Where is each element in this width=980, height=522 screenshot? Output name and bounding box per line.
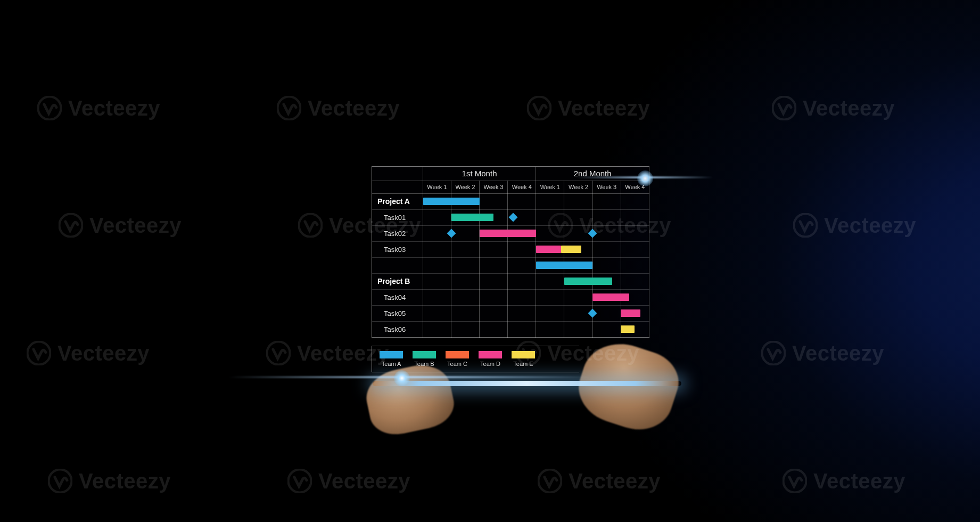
svg-point-15	[783, 469, 806, 492]
week-label: Week 2	[564, 181, 592, 193]
legend-swatch	[446, 351, 469, 358]
legend-label: Team B	[414, 361, 434, 367]
watermark-text: Vecteezy	[803, 96, 895, 120]
watermark-text: Vecteezy	[792, 341, 884, 365]
week-label: Week 4	[508, 181, 536, 193]
svg-point-1	[277, 96, 300, 119]
gantt-row-label: Task06	[372, 321, 423, 337]
gantt-row: Task01	[372, 209, 649, 225]
watermark-text: Vecteezy	[57, 341, 150, 365]
watermark-text: Vecteezy	[79, 469, 171, 493]
watermark-text: Vecteezy	[318, 469, 410, 493]
legend-label: Team E	[513, 361, 533, 367]
watermark: Vecteezy	[48, 469, 171, 493]
svg-point-13	[288, 469, 311, 492]
watermark: Vecteezy	[277, 96, 400, 120]
watermark-text: Vecteezy	[569, 469, 661, 493]
legend-label: Team A	[382, 361, 401, 367]
legend-swatch	[413, 351, 436, 358]
gantt-row: Task06	[372, 321, 649, 337]
legend-swatch	[479, 351, 502, 358]
gantt-header-months: 1st Month 2nd Month	[372, 167, 649, 181]
watermark: Vecteezy	[27, 341, 150, 365]
svg-point-9	[267, 341, 290, 364]
watermark-text: Vecteezy	[558, 96, 650, 120]
watermark: Vecteezy	[287, 469, 410, 493]
gantt-row-label: Task01	[372, 209, 423, 225]
legend-swatch	[380, 351, 403, 358]
gantt-legend: Team ATeam BTeam CTeam DTeam E	[372, 346, 579, 372]
watermark: Vecteezy	[761, 341, 884, 365]
gantt-row-label: Task05	[372, 305, 423, 321]
watermark: Vecteezy	[772, 96, 895, 120]
watermark: Vecteezy	[538, 469, 661, 493]
gantt-chart: 1st Month 2nd Month Week 1 Week 2 Week 3…	[372, 166, 649, 372]
gantt-row: Project B	[372, 273, 649, 289]
gantt-row	[372, 257, 649, 273]
svg-point-2	[528, 96, 550, 119]
legend-swatch	[512, 351, 535, 358]
gantt-grid: 1st Month 2nd Month Week 1 Week 2 Week 3…	[372, 166, 649, 338]
watermark-text: Vecteezy	[68, 96, 160, 120]
svg-point-3	[772, 96, 795, 119]
month-label: 2nd Month	[536, 167, 649, 181]
svg-point-7	[794, 214, 817, 236]
legend-item: Team B	[413, 351, 436, 367]
legend-item: Team D	[479, 351, 502, 367]
month-label: 1st Month	[423, 167, 536, 181]
watermark: Vecteezy	[793, 213, 916, 238]
week-label: Week 1	[423, 181, 451, 193]
gantt-row: Project A	[372, 193, 649, 209]
watermark-text: Vecteezy	[824, 214, 916, 238]
gantt-row: Task03	[372, 241, 649, 257]
svg-point-5	[299, 214, 322, 236]
gantt-row: Task05	[372, 305, 649, 321]
watermark-text: Vecteezy	[89, 214, 182, 238]
watermark: Vecteezy	[266, 341, 389, 365]
week-label: Week 4	[621, 181, 649, 193]
gantt-row: Task04	[372, 289, 649, 305]
week-label: Week 1	[536, 181, 564, 193]
watermark: Vecteezy	[59, 213, 182, 238]
week-label: Week 3	[480, 181, 508, 193]
gantt-row-label: Project A	[372, 193, 423, 209]
legend-item: Team A	[380, 351, 403, 367]
gantt-row-label: Task02	[372, 225, 423, 241]
svg-point-11	[762, 341, 785, 364]
watermark: Vecteezy	[37, 96, 160, 120]
gantt-row-label: Project B	[372, 273, 423, 289]
watermark: Vecteezy	[527, 96, 650, 120]
legend-item: Team C	[446, 351, 469, 367]
week-label: Week 2	[451, 181, 479, 193]
gantt-row-label: Task04	[372, 289, 423, 305]
gantt-row-label: Task03	[372, 241, 423, 257]
legend-label: Team D	[480, 361, 500, 367]
gantt-row-label	[372, 257, 423, 273]
gantt-header-weeks: Week 1 Week 2 Week 3 Week 4 Week 1 Week …	[372, 181, 649, 193]
watermark-text: Vecteezy	[813, 469, 905, 493]
watermark-text: Vecteezy	[308, 96, 400, 120]
watermark: Vecteezy	[783, 469, 905, 493]
week-label: Week 3	[592, 181, 621, 193]
legend-item: Team E	[512, 351, 535, 367]
svg-point-0	[38, 96, 61, 119]
svg-point-8	[27, 341, 50, 364]
legend-label: Team C	[447, 361, 467, 367]
svg-point-12	[48, 469, 71, 492]
gantt-row: Task02	[372, 225, 649, 241]
svg-point-14	[538, 469, 561, 492]
svg-point-4	[59, 214, 82, 236]
